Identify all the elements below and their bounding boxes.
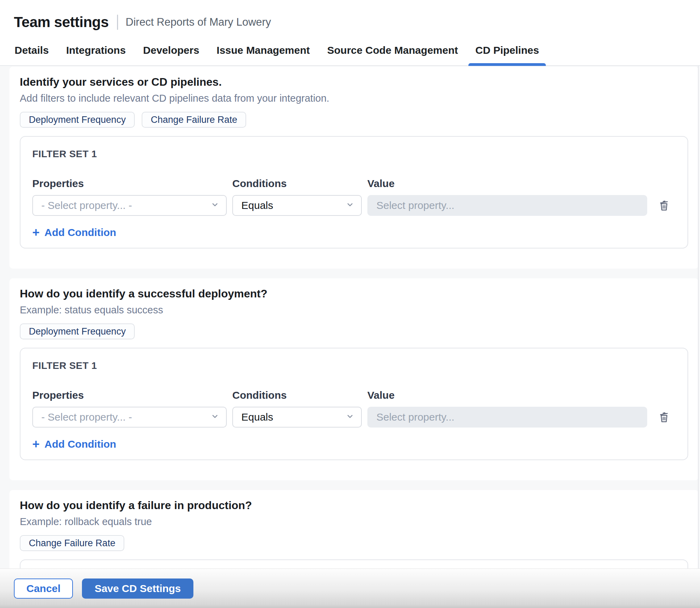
pill-deployment-frequency[interactable]: Deployment Frequency [20,323,135,339]
condition-select[interactable]: Equals [232,407,362,428]
trash-icon [657,199,670,213]
value-input[interactable] [367,195,647,216]
delete-condition-button[interactable] [655,408,673,426]
pill-change-failure-rate[interactable]: Change Failure Rate [20,535,124,551]
conditions-label: Conditions [232,178,362,189]
page-header: Team settings Direct Reports of Mary Low… [0,0,700,35]
property-select[interactable]: - Select property... - [32,195,227,216]
properties-label: Properties [32,389,227,401]
condition-select-value: Equals [241,200,273,211]
property-select-placeholder: - Select property... - [41,200,132,211]
conditions-label: Conditions [232,389,362,401]
tab-details[interactable]: Details [14,44,49,65]
filter-set-title: FILTER SET 1 [32,149,675,160]
value-label: Value [367,389,647,401]
section-heading: Identify your services or CD pipelines. [20,76,688,88]
chevron-down-icon [346,411,354,423]
delete-condition-button[interactable] [655,196,673,214]
condition-select-value: Equals [241,411,273,423]
chevron-down-icon [211,200,219,211]
chevron-down-icon [346,200,354,211]
filter-grid: Properties Conditions Value - Select pro… [32,389,675,428]
pill-deployment-frequency[interactable]: Deployment Frequency [20,112,135,128]
save-cd-settings-button[interactable]: Save CD Settings [82,579,193,599]
cancel-button[interactable]: Cancel [14,579,73,599]
condition-select[interactable]: Equals [232,195,362,216]
property-select-placeholder: - Select property... - [41,411,132,423]
add-condition-button[interactable]: + Add Condition [32,226,116,239]
section-identify-pipelines: Identify your services or CD pipelines. … [9,67,699,269]
properties-label: Properties [32,178,227,189]
filter-grid: Properties Conditions Value - Select pro… [32,178,675,216]
scrollbar-track[interactable] [698,66,699,608]
section-heading: How do you identify a successful deploym… [20,287,688,300]
section-subheading: Example: rollback equals true [20,516,688,527]
pill-change-failure-rate[interactable]: Change Failure Rate [142,112,246,128]
plus-icon: + [32,226,40,239]
footer-action-bar: Cancel Save CD Settings [0,568,700,608]
tab-issue-management[interactable]: Issue Management [216,44,310,65]
metric-pill-row: Deployment Frequency [20,323,688,339]
property-select[interactable]: - Select property... - [32,407,227,428]
tab-cd-pipelines[interactable]: CD Pipelines [475,44,540,65]
tab-source-code-management[interactable]: Source Code Management [326,44,459,65]
page-title: Team settings [14,14,109,31]
section-heading: How do you identify a failure in product… [20,499,688,512]
metric-pill-row: Deployment Frequency Change Failure Rate [20,112,688,128]
value-input[interactable] [367,407,647,428]
trash-icon [657,410,670,424]
chevron-down-icon [211,411,219,423]
add-condition-label: Add Condition [44,438,116,450]
metric-pill-row: Change Failure Rate [20,535,688,551]
page-subtitle: Direct Reports of Mary Lowery [126,16,271,28]
title-divider [117,15,118,30]
plus-icon: + [32,438,40,450]
tab-developers[interactable]: Developers [142,44,200,65]
add-condition-button[interactable]: + Add Condition [32,438,116,450]
section-subheading: Example: status equals success [20,304,688,316]
settings-tabbar: Details Integrations Developers Issue Ma… [0,35,700,66]
section-subheading: Add filters to include relevant CD pipel… [20,93,688,104]
main-content: Identify your services or CD pipelines. … [0,66,700,608]
value-label: Value [367,178,647,189]
filter-set-title: FILTER SET 1 [32,360,675,371]
filter-set-card: FILTER SET 1 Properties Conditions Value… [20,348,688,460]
section-successful-deployment: How do you identify a successful deploym… [9,278,699,480]
tab-integrations[interactable]: Integrations [65,44,126,65]
add-condition-label: Add Condition [44,227,116,238]
filter-set-card: FILTER SET 1 Properties Conditions Value… [20,136,688,248]
